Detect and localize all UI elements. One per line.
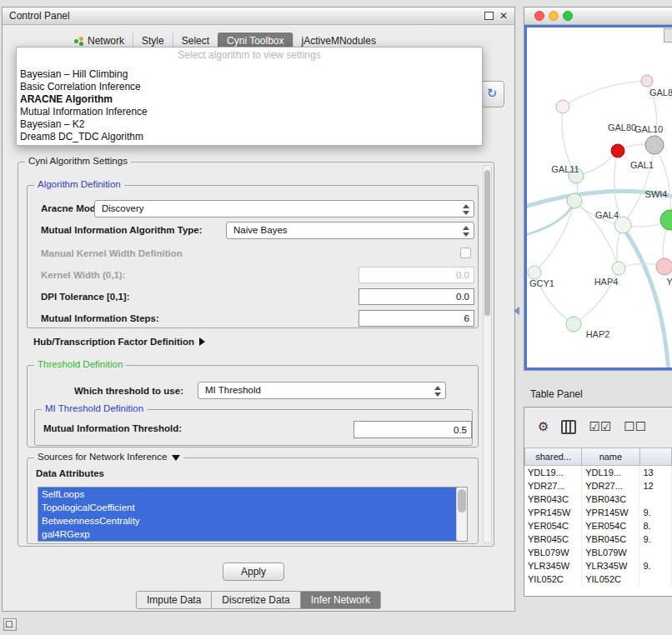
float-window-icon[interactable]: [484, 12, 494, 20]
attribute-item[interactable]: BetweennessCentrality: [38, 514, 458, 528]
algorithm-definition-title: Algorithm Definition: [34, 179, 124, 189]
aracne-mode-select[interactable]: Discovery: [94, 200, 474, 218]
apply-button[interactable]: Apply: [223, 562, 284, 581]
node-label: HAP4: [594, 277, 619, 287]
node-label: HAP2: [586, 329, 610, 339]
algorithm-option[interactable]: Dream8 DC_TDC Algorithm: [17, 131, 482, 143]
column-header[interactable]: [640, 448, 672, 466]
graph-node[interactable]: [656, 258, 672, 275]
sources-title[interactable]: Sources for Network Inference: [34, 452, 183, 462]
tab-discretize-data[interactable]: Discretize Data: [212, 591, 300, 609]
table-cell: 9.: [639, 559, 672, 572]
combo-arrows-icon: [460, 224, 472, 237]
table-cell: 8.: [639, 519, 672, 532]
network-graph: GAL8GAL80GAL10GAL11GAL1SWI4GAL4GCY1HAP4H…: [527, 28, 672, 369]
graph-edge[interactable]: [623, 145, 654, 225]
table-row[interactable]: YPR145WYPR145W9.: [524, 506, 672, 519]
algorithm-option[interactable]: Basic Correlation Inference: [17, 81, 482, 93]
attribute-item[interactable]: gal4RGexp: [38, 528, 458, 541]
tab-label: jActiveMNodules: [302, 35, 376, 47]
algorithm-option[interactable]: ARACNE Algorithm: [17, 93, 482, 106]
attribute-item[interactable]: SelfLoops: [38, 488, 458, 501]
select-all-icon[interactable]: ☑☑: [589, 420, 611, 433]
algorithm-option[interactable]: Bayesian – K2: [17, 118, 482, 131]
tab-infer-network[interactable]: Infer Network: [301, 591, 381, 609]
restore-panel-icon[interactable]: [3, 618, 17, 631]
tab-label: Network: [88, 35, 124, 47]
zoom-window-icon[interactable]: [563, 11, 573, 21]
graph-node[interactable]: [641, 75, 653, 87]
deselect-all-icon[interactable]: ☐☐: [624, 420, 646, 433]
attribute-item[interactable]: TopologicalCoefficient: [38, 501, 458, 514]
tab-impute-data[interactable]: Impute Data: [136, 591, 212, 609]
close-icon[interactable]: ✕: [499, 12, 508, 20]
column-header[interactable]: shared...: [524, 448, 582, 466]
table-cell: YIL052C: [524, 572, 582, 586]
table-cell: YBL079W: [524, 546, 582, 559]
table-row[interactable]: YDL19...YDL19...13: [524, 466, 672, 479]
table-row[interactable]: YLR345WYLR345W9.: [524, 559, 672, 572]
sources-title-text: Sources for Network Inference: [38, 452, 167, 462]
table-cell: [639, 572, 672, 586]
threshold-definition-group: Threshold Definition Which threshold to …: [27, 365, 479, 448]
graph-node[interactable]: [612, 262, 625, 275]
mi-threshold-field[interactable]: [354, 421, 472, 438]
algorithm-option[interactable]: Bayesian – Hill Climbing: [17, 68, 482, 81]
table-cell: YBR043C: [582, 492, 639, 506]
mi-steps-field[interactable]: [359, 310, 474, 327]
table-cell: YBR045C: [524, 532, 582, 546]
graph-edge[interactable]: [654, 145, 671, 220]
settings-scrollbar-thumb[interactable]: [484, 170, 490, 316]
mi-steps-label: Mutual Information Steps:: [41, 313, 159, 323]
threshold-select[interactable]: MI Threshold: [198, 382, 446, 399]
algorithm-dropdown-popup: Select algorithm to view settings Bayesi…: [16, 47, 483, 146]
table-row[interactable]: YBR045CYBR045C9.: [524, 532, 672, 546]
algorithm-settings-button[interactable]: ↻: [479, 81, 504, 108]
graph-node[interactable]: [611, 144, 624, 158]
table-row[interactable]: YIL052CYIL052C: [524, 572, 672, 586]
cyni-bottom-tabs: Impute DataDiscretize DataInfer Network: [3, 591, 514, 609]
list-scrollbar-thumb[interactable]: [458, 489, 466, 512]
graph-node[interactable]: [660, 210, 672, 230]
node-label: GAL8: [649, 88, 672, 98]
algorithm-definition-group: Algorithm Definition Aracne Mode: Discov…: [27, 185, 479, 328]
graph-node[interactable]: [566, 317, 581, 332]
graph-node[interactable]: [645, 136, 664, 154]
control-panel-title: Control Panel: [9, 10, 70, 22]
kernel-width-field[interactable]: [359, 267, 474, 283]
network-canvas[interactable]: GAL8GAL80GAL10GAL11GAL1SWI4GAL4GCY1HAP4H…: [524, 25, 672, 370]
table-cell: YER054C: [524, 519, 582, 532]
graph-node[interactable]: [556, 100, 569, 113]
table-row[interactable]: YBR043CYBR043C: [524, 492, 672, 506]
minimize-window-icon[interactable]: [549, 11, 559, 21]
sources-group: Sources for Network Inference Data Attri…: [27, 458, 479, 544]
table-panel-window: ⚙☑☑☐☐ shared...name YDL19...YDL19...13YD…: [524, 407, 672, 597]
columns-icon[interactable]: [561, 420, 576, 434]
edge-ribbon[interactable]: [623, 228, 669, 369]
table-cell: YPR145W: [582, 506, 639, 519]
table-row[interactable]: YDR27...YDR27...12: [524, 479, 672, 492]
table-cell: 12: [639, 479, 672, 492]
settings-icon[interactable]: ⚙: [538, 420, 549, 433]
algorithm-option[interactable]: Mutual Information Inference: [17, 106, 482, 118]
mi-type-select[interactable]: Naive Bayes: [226, 222, 474, 239]
graph-node[interactable]: [567, 193, 582, 208]
manual-kernel-checkbox[interactable]: [460, 248, 471, 258]
mi-threshold-label: Mutual Information Threshold:: [43, 423, 182, 433]
column-header[interactable]: name: [582, 448, 639, 466]
hub-definition-toggle[interactable]: Hub/Transcription Factor Definition: [33, 333, 205, 347]
threshold-definition-title: Threshold Definition: [34, 359, 126, 369]
splitter-collapse-icon[interactable]: [514, 307, 519, 315]
list-scrollbar[interactable]: [456, 488, 467, 541]
graph-edge[interactable]: [563, 81, 647, 107]
control-panel-window: Control Panel ✕ NetworkStyleSelectCyni T…: [2, 7, 515, 612]
dpi-tolerance-field[interactable]: [359, 288, 474, 305]
graph-node[interactable]: [528, 266, 541, 279]
hub-definition-label: Hub/Transcription Factor Definition: [33, 337, 194, 347]
settings-scrollbar[interactable]: [483, 165, 492, 543]
node-label: GAL10: [634, 124, 663, 134]
table-row[interactable]: YER054CYER054C8.: [524, 519, 672, 532]
close-window-icon[interactable]: [534, 11, 544, 21]
table-row[interactable]: YBL079WYBL079W: [524, 546, 672, 559]
refresh-icon: ↻: [487, 86, 498, 100]
